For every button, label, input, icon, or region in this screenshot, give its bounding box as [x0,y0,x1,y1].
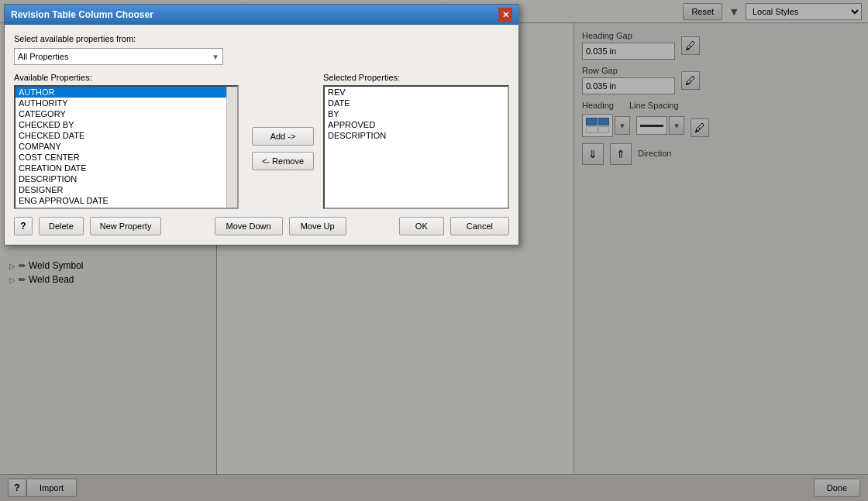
selected-list-item[interactable]: APPROVED [325,119,508,130]
available-list-item[interactable]: CHECKED DATE [16,130,237,141]
available-list-item[interactable]: CREATION DATE [16,163,237,173]
dialog-close-button[interactable]: ✕ [498,8,512,22]
available-list-item[interactable]: COMPANY [16,141,237,152]
selected-col: Selected Properties: REVDATEBYAPPROVEDDE… [323,73,509,209]
selected-label: Selected Properties: [323,73,509,82]
ok-button[interactable]: OK [399,217,444,235]
move-up-button[interactable]: Move Up [289,217,346,235]
middle-buttons: Add -> <- Remove [252,73,314,209]
revision-table-dialog: Revision Table Column Chooser ✕ Select a… [4,4,519,245]
available-scrollbar[interactable] [226,87,237,208]
dialog-bottom-left: ? Delete New Property [14,217,161,235]
dialog-titlebar: Revision Table Column Chooser ✕ [5,5,518,25]
move-down-button[interactable]: Move Down [215,217,283,235]
dialog-help-button[interactable]: ? [14,217,33,235]
available-list-item[interactable]: COST CENTER [16,152,237,163]
cancel-button[interactable]: Cancel [450,217,509,235]
selected-list-item[interactable]: DATE [325,98,508,108]
select-label: Select available properties from: [14,34,509,43]
available-list-item[interactable]: DESIGNER [16,184,237,195]
selected-list-item[interactable]: DESCRIPTION [325,130,508,141]
selected-list-item[interactable]: BY [325,108,508,119]
move-buttons: Move Down Move Up [215,217,346,235]
dialog-title: Revision Table Column Chooser [11,9,153,20]
remove-button[interactable]: <- Remove [252,152,314,170]
modal-overlay: Revision Table Column Chooser ✕ Select a… [0,0,868,501]
dialog-body: Select available properties from: All Pr… [5,25,518,245]
selected-list[interactable]: REVDATEBYAPPROVEDDESCRIPTION [323,85,509,209]
new-property-button[interactable]: New Property [90,217,162,235]
available-list-item[interactable]: ENGINEER [16,206,237,209]
available-col: Available Properties: AUTHORAUTHORITYCAT… [14,73,243,209]
dialog-bottom-right: OK Cancel [399,217,509,235]
properties-dropdown[interactable]: All Properties ▼ [14,48,223,65]
selected-list-item[interactable]: REV [325,87,508,98]
available-list-item[interactable]: DESCRIPTION [16,173,237,184]
available-list-item[interactable]: AUTHORITY [16,98,237,108]
available-list-item[interactable]: ENG APPROVAL DATE [16,195,237,206]
available-list-item[interactable]: CATEGORY [16,108,237,119]
add-button[interactable]: Add -> [252,127,314,146]
available-list-item[interactable]: CHECKED BY [16,119,237,130]
dialog-bottom-row: ? Delete New Property Move Down Move Up … [14,217,509,235]
available-list-item[interactable]: AUTHOR [16,87,237,98]
available-label: Available Properties: [14,73,243,82]
dropdown-arrow-icon: ▼ [212,53,219,61]
available-list[interactable]: AUTHORAUTHORITYCATEGORYCHECKED BYCHECKED… [14,85,239,209]
delete-button[interactable]: Delete [39,217,84,235]
dialog-columns: Available Properties: AUTHORAUTHORITYCAT… [14,73,509,209]
